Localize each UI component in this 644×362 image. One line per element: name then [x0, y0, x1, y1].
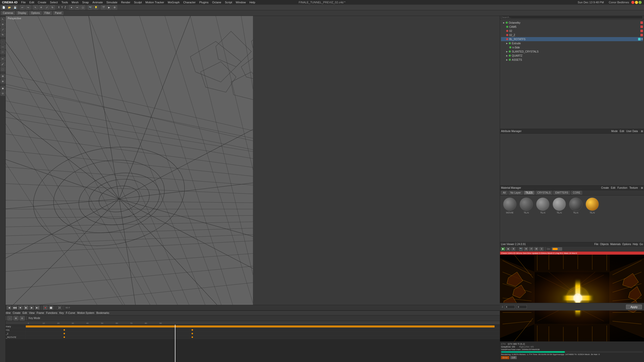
tl-menu-frame[interactable]: Frame	[37, 312, 44, 314]
rotate-btn[interactable]: ↻	[50, 5, 55, 10]
mat-menu-function[interactable]: Function	[617, 186, 627, 189]
tl-menu-motion[interactable]: Motion System	[77, 312, 94, 314]
lv-reset-btn[interactable]: ↺	[529, 247, 533, 251]
lt-magnet[interactable]: ⊕	[1, 79, 5, 84]
mat-tab-all[interactable]: All	[501, 191, 507, 195]
menu-script[interactable]: Script	[225, 1, 232, 4]
camera-btn[interactable]: 📷	[88, 5, 93, 10]
lv-menu-go[interactable]: Go	[640, 243, 643, 246]
menu-select[interactable]: Select	[50, 1, 58, 4]
new-btn[interactable]: 📄	[1, 5, 6, 10]
menu-motiontracker[interactable]: Motion Tracker	[146, 1, 164, 4]
diff-btn[interactable]: Diff	[510, 356, 517, 359]
obj-nside[interactable]: n-Side	[501, 45, 643, 49]
goto-end-btn[interactable]: ▶|	[35, 306, 40, 310]
lv-cam-btn[interactable]: 📷	[519, 247, 523, 251]
lv-settings-btn[interactable]: ⚙	[524, 247, 528, 251]
tl-menu-bookmarks[interactable]: Bookmarks	[96, 312, 109, 314]
apply-button[interactable]: Apply	[626, 305, 642, 309]
menu-create[interactable]: Create	[38, 1, 46, 4]
menu-character[interactable]: Character	[183, 1, 196, 4]
mat-tab-tiles[interactable]: TILES	[524, 191, 535, 195]
obj-extrude[interactable]: ▶ Extrude	[501, 41, 643, 45]
tl-key-del[interactable]: -	[7, 316, 12, 321]
lt-edges[interactable]: —	[1, 45, 5, 49]
lt-points[interactable]: ·	[1, 39, 5, 44]
obj-assets[interactable]: ▶ ASSETS	[501, 58, 643, 62]
lv-render-regions-btn[interactable]: ⊞	[534, 247, 538, 251]
open-btn[interactable]: 📂	[7, 5, 12, 10]
menu-mesh[interactable]: Mesh	[72, 1, 79, 4]
lv-menu-objects[interactable]: Objects	[600, 243, 609, 246]
timeline-playhead[interactable]	[175, 325, 175, 362]
filter-btn[interactable]: Filter	[43, 11, 52, 15]
mat-tab-crystals[interactable]: CRYSTALS	[536, 191, 553, 195]
lv-on-checkbox[interactable]	[552, 247, 562, 251]
render-settings-btn[interactable]: ⚙	[112, 5, 117, 10]
menu-plugins[interactable]: Plugins	[199, 1, 208, 4]
lv-start-btn[interactable]: ▶	[501, 247, 505, 251]
menu-snap[interactable]: Snap	[82, 1, 89, 4]
next-frame-btn[interactable]: ▶	[29, 306, 34, 310]
stop-btn[interactable]: ■	[18, 306, 23, 310]
mat-menu-create[interactable]: Create	[601, 186, 609, 189]
obj-cam5[interactable]: CAM5	[501, 25, 643, 29]
save-btn[interactable]: 💾	[12, 5, 18, 10]
lv-menu-materials[interactable]: Materials	[610, 243, 621, 246]
redo-btn[interactable]: ↪	[26, 5, 31, 10]
mat-tiles-3[interactable]: TiLAi	[552, 197, 567, 214]
play-reverse-btn[interactable]: ◀◀	[12, 306, 17, 310]
lv-pause-btn[interactable]: ⏸	[511, 247, 515, 251]
poly-mode[interactable]: ◻	[80, 5, 85, 10]
tl-zoom-in[interactable]: ⊕	[13, 316, 19, 321]
options-btn[interactable]: Options	[29, 11, 41, 15]
lt-snap[interactable]: ⊞	[1, 74, 5, 79]
mat-core[interactable]: TiLAi	[584, 197, 600, 214]
obj-quartz[interactable]: ▶ QUARTZ	[501, 54, 643, 58]
obj-02z[interactable]: 02_Z	[501, 33, 643, 37]
render-btn[interactable]: ▶	[106, 5, 112, 10]
menu-tools[interactable]: Tools	[61, 1, 68, 4]
obj-02[interactable]: 02	[501, 29, 643, 33]
tl-menu-view[interactable]: View	[29, 312, 35, 314]
attr-menu-userdata[interactable]: User Data	[626, 130, 638, 133]
tl-menu-edit[interactable]: Edit	[22, 312, 27, 314]
mat-menu-edit[interactable]: Edit	[611, 186, 615, 189]
display-btn[interactable]: Display	[16, 11, 28, 15]
attr-menu-mode[interactable]: Mode	[611, 130, 618, 133]
menu-window[interactable]: Window	[236, 1, 246, 4]
main-viewport[interactable]: Perspective Grid Spacing: 500 m	[6, 16, 253, 331]
lt-scale[interactable]: ⤢	[1, 27, 5, 32]
rb-field-spp[interactable]	[505, 305, 515, 309]
cameras-btn[interactable]: Cameras	[1, 11, 15, 15]
menu-render[interactable]: Render	[121, 1, 130, 4]
mat-tiles-2[interactable]: TiLAi	[535, 197, 550, 214]
mat-expand[interactable]: ⊞	[641, 186, 643, 189]
menu-simulate[interactable]: Simulate	[106, 1, 117, 4]
mat-tab-core[interactable]: CORE	[571, 191, 582, 195]
lt-camera[interactable]: ⊙	[1, 91, 5, 96]
lt-rotate[interactable]: ↻	[1, 32, 5, 37]
mat-tiles-4[interactable]: TiLAi	[568, 197, 583, 214]
auto-key-btn[interactable]: ⬤	[49, 306, 53, 310]
scale-btn[interactable]: ⤢	[44, 5, 49, 10]
tl-menu-create[interactable]: Create	[13, 312, 20, 314]
lv-menu-file[interactable]: File	[594, 243, 598, 246]
attr-expand[interactable]: ⊞	[641, 130, 643, 133]
move-btn[interactable]: ✛	[39, 5, 44, 10]
menu-file[interactable]: File	[21, 1, 26, 4]
menu-help[interactable]: Help	[249, 1, 255, 4]
tl-menu-fcurve[interactable]: F-Curve	[66, 312, 75, 314]
lt-light[interactable]: ◉	[1, 86, 5, 91]
select-btn[interactable]: ↖	[33, 5, 38, 10]
lv-stop-btn[interactable]: ■	[506, 247, 510, 251]
point-mode[interactable]: ●	[69, 5, 74, 10]
attr-menu-edit[interactable]: Edit	[620, 130, 624, 133]
lv-menu-options[interactable]: Options	[622, 243, 631, 246]
tl-menu-key[interactable]: Key	[59, 312, 64, 314]
panel-btn[interactable]: Panel	[53, 11, 63, 15]
obj-crystals[interactable]: ▶ SLANTED_CRYSTALS	[501, 49, 643, 54]
mat-tab-nolayer[interactable]: No Layer	[509, 191, 523, 195]
record-btn[interactable]: ●	[43, 306, 48, 310]
light-btn[interactable]: 💡	[93, 5, 98, 10]
